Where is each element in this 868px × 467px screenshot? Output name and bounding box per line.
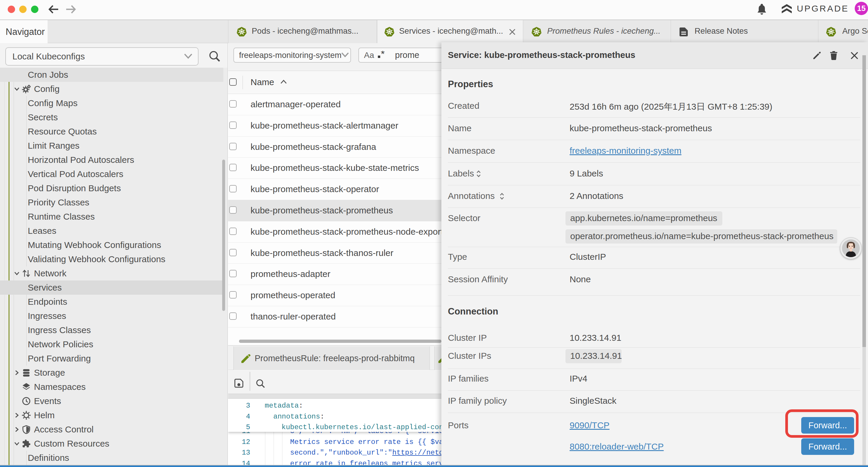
svg-text:*: * (381, 51, 385, 59)
